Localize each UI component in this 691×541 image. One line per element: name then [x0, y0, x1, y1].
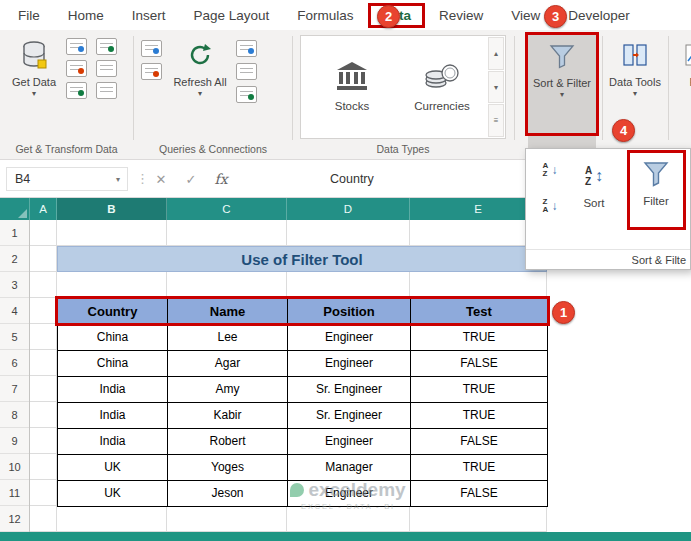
- table-cell[interactable]: FALSE: [411, 429, 548, 455]
- sort-z-to-a-button[interactable]: ZA ↓: [532, 193, 568, 219]
- refresh-all-label: Refresh All: [173, 76, 226, 89]
- ribbon-tab-review[interactable]: Review: [425, 3, 497, 28]
- worksheet-title-cell[interactable]: Use of Filter Tool: [57, 246, 547, 272]
- edit-links-icon[interactable]: [236, 86, 257, 103]
- table-cell[interactable]: Sr. Engineer: [288, 377, 411, 403]
- queries-small-buttons-right: [236, 40, 257, 103]
- table-cell[interactable]: Sr. Engineer: [288, 403, 411, 429]
- connection-properties-icon[interactable]: [141, 63, 162, 80]
- ribbon-tab-developer[interactable]: Developer: [554, 3, 644, 28]
- table-cell[interactable]: Manager: [288, 455, 411, 481]
- filter-button[interactable]: Filter: [628, 153, 684, 233]
- custom-sort-button[interactable]: AZ ↕ Sort: [570, 155, 618, 235]
- header-cell-test[interactable]: Test: [411, 299, 548, 325]
- row-header-8[interactable]: 8: [0, 402, 29, 428]
- row-header-5[interactable]: 5: [0, 324, 29, 350]
- header-cell-country[interactable]: Country: [58, 299, 168, 325]
- name-box[interactable]: B4 ▾: [6, 167, 128, 191]
- ribbon-tab-page-layout[interactable]: Page Layout: [180, 3, 284, 28]
- table-cell[interactable]: Robert: [168, 429, 288, 455]
- properties-icon[interactable]: [236, 63, 257, 80]
- column-header-a[interactable]: A: [30, 198, 57, 220]
- row-header-7[interactable]: 7: [0, 376, 29, 402]
- table-cell[interactable]: Engineer: [288, 325, 411, 351]
- gallery-more-button[interactable]: ≡: [488, 104, 504, 137]
- sort-filter-button[interactable]: Sort & Filter ▾: [528, 33, 596, 148]
- row-header-1[interactable]: 1: [0, 220, 29, 246]
- table-cell[interactable]: FALSE: [411, 481, 548, 507]
- refresh-all-button[interactable]: Refresh All ▾: [172, 32, 228, 98]
- gallery-up-button[interactable]: ▴: [488, 37, 504, 70]
- gallery-down-button[interactable]: ▾: [488, 71, 504, 104]
- header-cell-position[interactable]: Position: [288, 299, 411, 325]
- queries-connections-icon[interactable]: [236, 40, 257, 57]
- sort-a-to-z-button[interactable]: AZ ↓: [532, 157, 568, 183]
- ribbon-tab-home[interactable]: Home: [54, 3, 118, 28]
- table-cell[interactable]: Engineer: [288, 351, 411, 377]
- ribbon-tab-file[interactable]: File: [4, 3, 54, 28]
- from-web-icon[interactable]: [66, 60, 87, 77]
- currencies-data-type[interactable]: Currencies: [401, 40, 483, 132]
- table-cell[interactable]: TRUE: [411, 377, 548, 403]
- get-data-button[interactable]: Get Data ▾: [8, 32, 60, 98]
- row-header-4[interactable]: 4: [0, 298, 29, 324]
- stocks-data-type[interactable]: Stocks: [311, 40, 393, 132]
- column-header-b[interactable]: B: [57, 198, 167, 220]
- row-header-6[interactable]: 6: [0, 350, 29, 376]
- table-cell[interactable]: Jeson: [168, 481, 288, 507]
- ribbon-tab-view[interactable]: View: [497, 3, 554, 28]
- table-cell[interactable]: Agar: [168, 351, 288, 377]
- row-header-2[interactable]: 2: [0, 246, 29, 272]
- table-cell[interactable]: TRUE: [411, 325, 548, 351]
- table-cell[interactable]: Lee: [168, 325, 288, 351]
- table-cell[interactable]: TRUE: [411, 455, 548, 481]
- from-text-csv-icon[interactable]: [66, 38, 87, 55]
- formula-input[interactable]: Country: [330, 167, 374, 191]
- chevron-down-icon: ▾: [198, 89, 202, 98]
- table-cell[interactable]: TRUE: [411, 403, 548, 429]
- queries-pane-icon[interactable]: [141, 40, 162, 57]
- table-cell[interactable]: China: [58, 325, 168, 351]
- forecast-button-partial[interactable]: Fo: [676, 32, 691, 89]
- step-badge-1: 1: [552, 301, 575, 324]
- from-table-icon[interactable]: [66, 82, 87, 99]
- ribbon-tab-formulas[interactable]: Formulas: [283, 3, 367, 28]
- table-cell[interactable]: UK: [58, 455, 168, 481]
- table-cell[interactable]: Yoges: [168, 455, 288, 481]
- table-cell[interactable]: China: [58, 351, 168, 377]
- header-cell-name[interactable]: Name: [168, 299, 288, 325]
- row-header-3[interactable]: 3: [0, 272, 29, 298]
- dropdown-group-label: Sort & Filte: [526, 249, 690, 269]
- table-row: China Agar Engineer FALSE: [58, 351, 548, 377]
- data-source-settings-icon[interactable]: [96, 82, 117, 99]
- insert-function-button[interactable]: fx: [208, 167, 234, 191]
- data-tools-button[interactable]: Data Tools ▾: [608, 32, 662, 98]
- group-label-data-types: Data Types: [300, 143, 506, 155]
- row-header-10[interactable]: 10: [0, 454, 29, 480]
- table-cell[interactable]: Engineer: [288, 429, 411, 455]
- column-header-c[interactable]: C: [167, 198, 287, 220]
- name-box-dropdown-icon[interactable]: ▾: [109, 168, 127, 190]
- row-header-12[interactable]: 12: [0, 506, 29, 532]
- sheet-bottom-bar: [0, 532, 691, 541]
- column-header-d[interactable]: D: [287, 198, 410, 220]
- table-cell[interactable]: India: [58, 377, 168, 403]
- table-cell[interactable]: India: [58, 429, 168, 455]
- select-all-button[interactable]: [0, 198, 30, 220]
- row-header-11[interactable]: 11: [0, 480, 29, 506]
- recent-sources-icon[interactable]: [96, 38, 117, 55]
- row-header-9[interactable]: 9: [0, 428, 29, 454]
- cancel-entry-button[interactable]: ✕: [148, 167, 174, 191]
- ribbon-tab-data[interactable]: Data: [368, 3, 425, 28]
- chevron-down-icon: ▾: [560, 90, 564, 99]
- confirm-entry-button[interactable]: ✓: [178, 167, 204, 191]
- table-cell[interactable]: Engineer: [288, 481, 411, 507]
- table-cell[interactable]: UK: [58, 481, 168, 507]
- table-cell[interactable]: FALSE: [411, 351, 548, 377]
- table-cell[interactable]: India: [58, 403, 168, 429]
- table-cell[interactable]: Kabir: [168, 403, 288, 429]
- ribbon-tab-insert[interactable]: Insert: [118, 3, 180, 28]
- table-cell[interactable]: Amy: [168, 377, 288, 403]
- existing-connections-icon[interactable]: [96, 60, 117, 77]
- data-table: Country Name Position Test China Lee Eng…: [57, 298, 548, 507]
